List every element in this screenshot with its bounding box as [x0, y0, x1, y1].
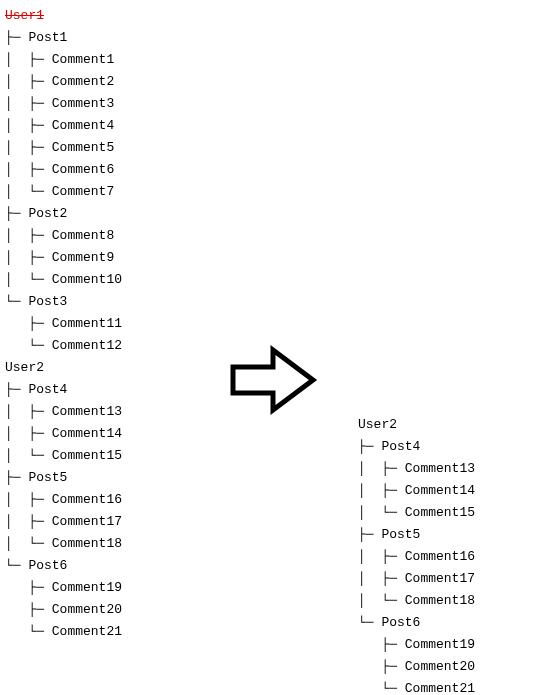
tree-line: ├─ Post4	[358, 436, 475, 458]
tree-line: ├─ Post4	[5, 379, 122, 401]
tree-line: ├─ Comment20	[5, 599, 122, 621]
tree-line: │ ├─ Comment8	[5, 225, 122, 247]
tree-line: ├─ Post5	[358, 524, 475, 546]
tree-line: │ └─ Comment15	[358, 502, 475, 524]
tree-line: │ └─ Comment18	[5, 533, 122, 555]
tree-line: │ ├─ Comment6	[5, 159, 122, 181]
diagram-page: User1├─ Post1│ ├─ Comment1│ ├─ Comment2│…	[0, 0, 536, 695]
tree-line: │ ├─ Comment14	[358, 480, 475, 502]
tree-line: │ ├─ Comment16	[358, 546, 475, 568]
tree-line: │ ├─ Comment4	[5, 115, 122, 137]
tree-line: │ ├─ Comment2	[5, 71, 122, 93]
tree-line: │ └─ Comment10	[5, 269, 122, 291]
tree-line: ├─ Comment19	[5, 577, 122, 599]
tree-line: │ ├─ Comment17	[5, 511, 122, 533]
tree-line: User2	[5, 357, 122, 379]
tree-line: ├─ Post2	[5, 203, 122, 225]
tree-line: ├─ Comment11	[5, 313, 122, 335]
tree-line: ├─ Comment19	[358, 634, 475, 656]
arrow-icon	[228, 345, 318, 419]
tree-line: └─ Comment12	[5, 335, 122, 357]
source-tree: User1├─ Post1│ ├─ Comment1│ ├─ Comment2│…	[5, 5, 122, 643]
tree-line: ├─ Post5	[5, 467, 122, 489]
tree-line: │ └─ Comment18	[358, 590, 475, 612]
tree-line: │ ├─ Comment16	[5, 489, 122, 511]
tree-line: │ ├─ Comment17	[358, 568, 475, 590]
user1-label: User1	[5, 5, 122, 27]
tree-line: User2	[358, 414, 475, 436]
tree-line: └─ Post6	[5, 555, 122, 577]
tree-line: │ ├─ Comment5	[5, 137, 122, 159]
result-tree: User2├─ Post4│ ├─ Comment13│ ├─ Comment1…	[358, 414, 475, 695]
tree-line: │ ├─ Comment3	[5, 93, 122, 115]
tree-line: │ └─ Comment15	[5, 445, 122, 467]
tree-line: │ ├─ Comment13	[358, 458, 475, 480]
tree-line: └─ Post6	[358, 612, 475, 634]
tree-line: ├─ Comment20	[358, 656, 475, 678]
tree-line: │ ├─ Comment13	[5, 401, 122, 423]
tree-line: ├─ Post1	[5, 27, 122, 49]
tree-line: │ ├─ Comment14	[5, 423, 122, 445]
tree-line: │ └─ Comment7	[5, 181, 122, 203]
tree-line: │ ├─ Comment9	[5, 247, 122, 269]
tree-line: └─ Comment21	[358, 678, 475, 695]
tree-line: │ ├─ Comment1	[5, 49, 122, 71]
tree-line: └─ Comment21	[5, 621, 122, 643]
tree-line: └─ Post3	[5, 291, 122, 313]
